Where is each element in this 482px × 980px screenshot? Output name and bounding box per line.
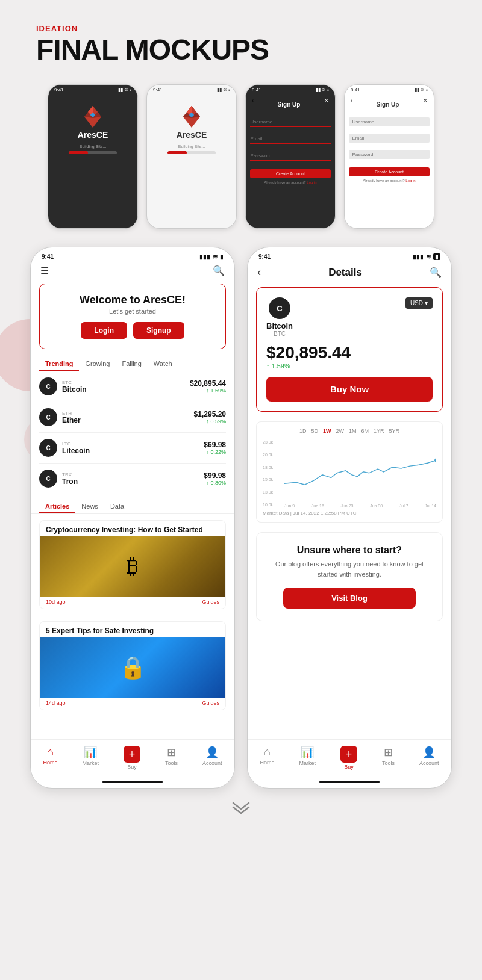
email-field-dark[interactable] <box>250 134 330 144</box>
nav-tools-r[interactable]: ⊞ Tools <box>382 746 395 770</box>
back-icon-details[interactable]: ‹ <box>257 266 261 279</box>
chart-canvas: Jun 9 Jun 16 Jun 23 Jun 30 Jul 7 Jul 14 <box>284 439 436 508</box>
home-phone: 9:41 ▮▮▮ ≋ ▮ ☰ 🔍 Welcome to AresCE! Let'… <box>30 247 235 789</box>
password-field-light[interactable] <box>349 150 429 159</box>
y-label-2: 20.0k <box>263 453 282 457</box>
signup-button[interactable]: Signup <box>133 322 184 339</box>
ltc-name: Litecoin <box>62 447 90 455</box>
chart-tab-5d[interactable]: 5D <box>311 428 318 434</box>
table-row[interactable]: C LTC Litecoin $69.98 ↑ 0.22% <box>39 433 226 464</box>
already-text-light: Already have an account? Log in <box>349 179 429 182</box>
nav-market[interactable]: 📊 Market <box>82 746 99 770</box>
nav-account-r[interactable]: 👤 Account <box>419 746 439 770</box>
chart-tab-5yr[interactable]: 5YR <box>389 428 400 434</box>
login-button[interactable]: Login <box>81 322 127 339</box>
chart-with-labels: 23.0k 20.0k 18.0k 15.0k 13.0k 10.0k Jun … <box>263 439 436 508</box>
signup-dark-phone: 9:41 ▮▮ ≋ ▪ ‹ Sign Up ✕ Create Account A… <box>245 84 336 229</box>
signup-nav-dark: ‹ Sign Up ✕ <box>246 95 335 110</box>
hamburger-icon[interactable]: ☰ <box>40 265 49 276</box>
chart-tab-1w[interactable]: 1W <box>323 428 331 434</box>
market-data-text: Market Data | Jul 14, 2022 1:22:58 PM UT… <box>263 510 436 516</box>
eth-ticker: ETH <box>62 411 81 416</box>
x-label-1: Jun 9 <box>284 504 295 508</box>
tab-falling[interactable]: Falling <box>116 358 147 371</box>
article-card-2[interactable]: 5 Expert Tips for Safe Investing 🔒 14d a… <box>39 621 226 710</box>
article-category-2: Guides <box>202 700 219 706</box>
top-phones-row: 9:41 ▮▮ ≋ ▪ AresCE Building Bits... 9:41… <box>48 84 434 229</box>
table-row[interactable]: C BTC Bitcoin $20,895.44 ↑ 1.59% <box>39 371 226 402</box>
chart-endpoint <box>434 459 436 462</box>
search-icon-details[interactable]: 🔍 <box>430 267 442 278</box>
create-account-btn-dark[interactable]: Create Account <box>250 169 330 178</box>
home-status-icons: ▮▮▮ ≋ ▮ <box>199 253 224 260</box>
chart-tab-1yr[interactable]: 1YR <box>374 428 384 434</box>
nav-buy-label-r: Buy <box>344 764 354 770</box>
close-icon-light[interactable]: ✕ <box>423 98 428 108</box>
tab-trending[interactable]: Trending <box>39 358 79 371</box>
btc-logo-name: C Bitcoin BTC <box>266 297 293 337</box>
nav-account[interactable]: 👤 Account <box>202 746 222 770</box>
chart-tab-6m[interactable]: 6M <box>362 428 369 434</box>
home-icon: ⌂ <box>47 746 54 758</box>
login-link-light[interactable]: Log in <box>405 179 415 182</box>
login-link-dark[interactable]: Log in <box>307 181 316 184</box>
tab-data[interactable]: Data <box>104 500 130 513</box>
signup-light-phone: 9:41 ▮▮ ≋ ▪ ‹ Sign Up ✕ Create Account A… <box>344 84 434 229</box>
details-top-nav: ‹ Details 🔍 <box>248 262 451 282</box>
password-field-dark[interactable] <box>250 151 330 161</box>
chart-tab-1d[interactable]: 1D <box>299 428 307 434</box>
chart-x-axis: Jun 9 Jun 16 Jun 23 Jun 30 Jul 7 Jul 14 <box>284 504 436 508</box>
back-icon-light[interactable]: ‹ <box>351 98 352 108</box>
chart-tab-2w[interactable]: 2W <box>336 428 344 434</box>
signup-nav-light: ‹ Sign Up ✕ <box>345 95 434 110</box>
nav-home[interactable]: ⌂ Home <box>43 746 57 770</box>
price-chart-area: 1D 5D 1W 2W 1M 6M 1YR 5YR 23.0k 20.0k 18… <box>256 421 443 523</box>
article-age-1: 10d ago <box>46 599 66 605</box>
ltc-price: $69.98 <box>204 441 226 449</box>
chart-tab-1m[interactable]: 1M <box>349 428 357 434</box>
tab-news[interactable]: News <box>75 500 104 513</box>
close-icon-dark[interactable]: ✕ <box>324 98 329 108</box>
building-text-dark: Building Bits... <box>80 144 106 149</box>
account-icon: 👤 <box>205 746 219 759</box>
username-field-dark[interactable] <box>250 117 330 127</box>
nav-home-r[interactable]: ⌂ Home <box>260 746 274 770</box>
search-icon-top[interactable]: 🔍 <box>213 265 225 276</box>
btc-ticker: BTC <box>62 380 87 385</box>
tab-watch[interactable]: Watch <box>148 358 178 371</box>
nav-buy[interactable]: + Buy <box>124 746 140 770</box>
ltc-right: $69.98 ↑ 0.22% <box>204 441 226 455</box>
create-account-btn-light[interactable]: Create Account <box>349 167 429 176</box>
table-row[interactable]: C TRX Tron $99.98 ↑ 0.80% <box>39 464 226 494</box>
btc-right: $20,895.44 ↑ 1.59% <box>190 379 226 394</box>
bitcoin-price: $20,895.44 <box>266 343 433 362</box>
y-label-1: 23.0k <box>263 440 282 444</box>
scroll-down-indicator <box>232 801 250 817</box>
bitcoin-name: Bitcoin <box>266 321 293 330</box>
ltc-icon: C <box>39 439 57 457</box>
tab-articles[interactable]: Articles <box>39 500 75 513</box>
usd-selector[interactable]: USD ▾ <box>405 297 433 309</box>
chart-time-tabs: 1D 5D 1W 2W 1M 6M 1YR 5YR <box>263 428 436 434</box>
x-label-6: Jul 14 <box>425 504 436 508</box>
articles-tabs: Articles News Data <box>31 494 234 514</box>
tab-growing[interactable]: Growing <box>79 358 116 371</box>
loading-fill-light <box>167 151 187 154</box>
price-chart-svg <box>284 439 436 499</box>
home-time: 9:41 <box>42 253 54 260</box>
article-card-1[interactable]: Cryptocurrency Investing: How to Get Sta… <box>39 520 226 609</box>
table-row[interactable]: C ETH Ether $1,295.20 ↑ 0.59% <box>39 402 226 433</box>
username-field-light[interactable] <box>349 117 429 126</box>
btc-card-header: C Bitcoin BTC USD ▾ <box>266 297 433 337</box>
nav-tools[interactable]: ⊞ Tools <box>165 746 178 770</box>
article-category-1: Guides <box>202 599 219 605</box>
battery-icon-r: ▮ <box>433 253 440 260</box>
nav-buy-r[interactable]: + Buy <box>340 746 357 770</box>
email-field-light[interactable] <box>349 134 429 143</box>
back-icon-dark[interactable]: ‹ <box>252 98 254 108</box>
trx-name: Tron <box>62 477 78 486</box>
visit-blog-button[interactable]: Visit Blog <box>283 588 416 609</box>
trx-price: $99.98 <box>204 471 226 480</box>
buy-now-button[interactable]: Buy Now <box>266 377 433 402</box>
nav-market-r[interactable]: 📊 Market <box>299 746 316 770</box>
